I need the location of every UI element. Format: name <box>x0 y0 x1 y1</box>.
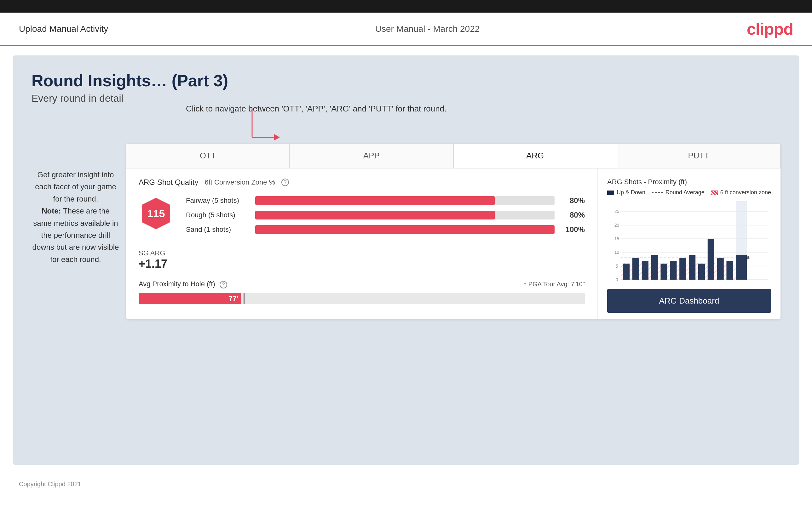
svg-rect-22 <box>632 258 639 280</box>
bar-pct: 80% <box>560 196 585 205</box>
svg-rect-23 <box>642 261 649 280</box>
conversion-zone-label: 6ft Conversion Zone % <box>204 178 275 186</box>
bar-label: Sand (1 shots) <box>186 225 255 234</box>
svg-rect-30 <box>708 239 714 280</box>
bar-label: Fairway (5 shots) <box>186 196 255 205</box>
copyright: Copyright Clippd 2021 <box>19 481 81 488</box>
help-icon[interactable]: ? <box>282 178 289 186</box>
sg-label: SG ARG <box>139 249 585 257</box>
tab-app[interactable]: APP <box>290 144 453 168</box>
pga-avg: ↑ PGA Tour Avg: 7'10" <box>523 281 585 288</box>
svg-rect-25 <box>660 264 667 280</box>
bar-track <box>255 225 555 234</box>
legend-up-down-label: Up & Down <box>617 189 645 196</box>
chart-header: ARG Shots - Proximity (ft) Up & Down Rou… <box>607 178 771 196</box>
bar-track <box>255 196 555 205</box>
proximity-help-icon[interactable]: ? <box>220 281 227 288</box>
bar-track <box>255 211 555 220</box>
hex-score: 115 <box>147 208 165 220</box>
main-card: OTT APP ARG PUTT ARG Shot Quality 6ft Co… <box>126 144 780 319</box>
upload-manual-link[interactable]: Upload Manual Activity <box>19 24 108 34</box>
proximity-bar-value: 77' <box>229 294 238 303</box>
chart-title: ARG Shots - Proximity (ft) <box>607 178 687 186</box>
right-panel: ARG Shots - Proximity (ft) Up & Down Rou… <box>598 168 780 319</box>
svg-text:10: 10 <box>614 250 619 255</box>
clippd-logo: clippd <box>747 19 793 39</box>
svg-text:20: 20 <box>614 223 619 228</box>
proximity-section: Avg Proximity to Hole (ft) ? ↑ PGA Tour … <box>139 280 585 304</box>
chart-svg: 0 5 10 15 20 25 <box>607 201 771 283</box>
svg-rect-29 <box>698 264 705 280</box>
svg-rect-24 <box>651 255 658 280</box>
proximity-bar-fill: 77' <box>139 293 241 304</box>
svg-rect-26 <box>670 261 676 280</box>
chart-legend: Up & Down Round Average 6 ft conversion … <box>607 189 771 196</box>
svg-rect-34 <box>736 255 747 280</box>
bar-fill <box>255 225 555 234</box>
shot-quality-label: ARG Shot Quality <box>139 178 198 187</box>
tab-arg[interactable]: ARG <box>453 144 617 168</box>
header-center-label: User Manual - March 2022 <box>375 24 479 34</box>
svg-rect-21 <box>623 264 629 280</box>
bar-row: Rough (5 shots) 80% <box>186 211 585 220</box>
svg-text:25: 25 <box>614 209 619 214</box>
proximity-bar-track: 77' <box>139 293 585 304</box>
arg-dashboard-button[interactable]: ARG Dashboard <box>607 289 771 313</box>
legend-conversion-zone-box <box>711 190 718 195</box>
svg-text:5: 5 <box>616 264 618 269</box>
chart-area: 0 5 10 15 20 25 <box>607 201 771 284</box>
tab-putt[interactable]: PUTT <box>617 144 780 168</box>
annotation-text: Click to navigate between 'OTT', 'APP', … <box>186 103 447 115</box>
legend-round-avg: Round Average <box>652 189 705 196</box>
proximity-header: Avg Proximity to Hole (ft) ? ↑ PGA Tour … <box>139 280 585 288</box>
hexagon-container: 115 Fairway (5 shots) 80% Rough (5 shots… <box>139 196 585 240</box>
bar-fill <box>255 196 495 205</box>
proximity-cursor <box>244 293 245 304</box>
proximity-label: Avg Proximity to Hole (ft) ? <box>139 280 227 288</box>
hex-score-container: 115 <box>139 196 173 231</box>
svg-marker-2 <box>274 134 280 140</box>
svg-rect-31 <box>717 258 724 280</box>
svg-text:0: 0 <box>616 277 618 282</box>
card-body: ARG Shot Quality 6ft Conversion Zone % ?… <box>126 168 780 319</box>
panel-header: ARG Shot Quality 6ft Conversion Zone % ? <box>139 178 585 187</box>
svg-rect-28 <box>689 255 696 280</box>
footer: Copyright Clippd 2021 <box>0 474 812 494</box>
legend-conversion-zone: 6 ft conversion zone <box>711 189 771 196</box>
top-bar <box>0 0 812 13</box>
bar-pct: 80% <box>560 211 585 220</box>
left-panel: ARG Shot Quality 6ft Conversion Zone % ?… <box>126 168 598 319</box>
bar-row: Sand (1 shots) 100% <box>186 225 585 234</box>
legend-conversion-zone-label: 6 ft conversion zone <box>720 189 771 196</box>
sg-value: +1.17 <box>139 257 585 271</box>
bar-row: Fairway (5 shots) 80% <box>186 196 585 205</box>
svg-rect-32 <box>726 261 733 280</box>
page-title: Round Insights… (Part 3) <box>32 71 780 90</box>
legend-round-avg-label: Round Average <box>665 189 705 196</box>
legend-up-down: Up & Down <box>607 189 645 196</box>
tab-row: OTT APP ARG PUTT <box>126 144 780 168</box>
sg-section: SG ARG +1.17 <box>139 249 585 271</box>
bar-pct: 100% <box>560 225 585 234</box>
left-description: Get greater insight into each facet of y… <box>32 169 120 266</box>
note-bold: Note: <box>42 207 61 215</box>
bars-section: Fairway (5 shots) 80% Rough (5 shots) 80… <box>186 196 585 240</box>
main-content: Round Insights… (Part 3) Every round in … <box>13 55 799 465</box>
legend-up-down-box <box>607 190 614 195</box>
svg-text:15: 15 <box>614 236 619 241</box>
legend-round-avg-dash <box>652 192 663 193</box>
header: Upload Manual Activity User Manual - Mar… <box>0 13 812 46</box>
bar-label: Rough (5 shots) <box>186 211 255 219</box>
svg-rect-27 <box>679 258 686 280</box>
bar-fill <box>255 211 495 220</box>
tab-ott[interactable]: OTT <box>126 144 290 168</box>
